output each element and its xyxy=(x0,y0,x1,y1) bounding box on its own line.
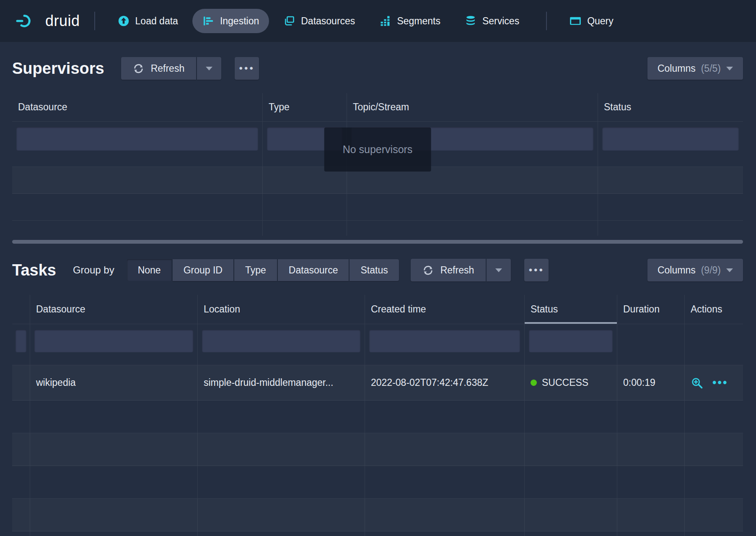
task-status-cell: SUCCESS xyxy=(525,365,617,400)
task-datasource-cell: wikipedia xyxy=(30,365,198,400)
supervisors-horizontal-scrollbar[interactable] xyxy=(12,240,743,244)
no-supervisors-message: No supervisors xyxy=(324,127,431,172)
refresh-label: Refresh xyxy=(151,63,185,74)
empty-row xyxy=(12,221,743,236)
top-navbar: druid Load data Ingestion Datasources xyxy=(0,0,756,42)
datasource-filter-input[interactable] xyxy=(34,330,193,352)
nav-item-label: Ingestion xyxy=(220,16,259,27)
chevron-down-icon xyxy=(495,268,502,272)
segments-icon xyxy=(379,15,391,27)
empty-row xyxy=(12,433,743,466)
navbar-divider xyxy=(94,12,95,30)
nav-item-segments[interactable]: Segments xyxy=(369,9,450,33)
chevron-down-icon xyxy=(726,67,733,70)
header-cell-pinned xyxy=(12,295,30,324)
header-cell-created-time[interactable]: Created time xyxy=(365,295,525,324)
datasources-icon xyxy=(283,15,295,27)
tasks-more-button[interactable] xyxy=(524,259,549,281)
location-filter-input[interactable] xyxy=(202,330,360,352)
groupby-datasource-button[interactable]: Datasource xyxy=(278,259,349,281)
header-cell-status[interactable]: Status xyxy=(598,93,743,121)
header-cell-datasource[interactable]: Datasource xyxy=(30,295,198,324)
tasks-toolbar: Tasks Group by None Group ID Type Dataso… xyxy=(12,258,743,282)
druid-logo-icon xyxy=(16,13,39,29)
druid-logo[interactable]: druid xyxy=(16,12,80,30)
nav-item-services[interactable]: Services xyxy=(455,9,529,33)
tasks-table: Datasource Location Created time Status … xyxy=(12,295,743,536)
status-success-dot xyxy=(531,380,537,386)
supervisors-title: Supervisors xyxy=(12,60,104,78)
magnify-zoom-in-icon xyxy=(691,377,703,389)
supervisors-refresh-group: Refresh xyxy=(121,57,222,80)
tasks-columns-button[interactable]: Columns (9/9) xyxy=(647,259,743,281)
filter-cell xyxy=(12,324,30,365)
task-location-cell: simple-druid-middlemanager... xyxy=(198,365,365,400)
query-icon xyxy=(570,15,581,27)
task-actions-menu-button[interactable] xyxy=(712,376,728,389)
filter-cell xyxy=(365,324,525,365)
header-cell-actions[interactable]: Actions xyxy=(685,295,743,324)
tasks-header-row: Datasource Location Created time Status … xyxy=(12,295,743,324)
nav-item-query[interactable]: Query xyxy=(559,9,624,33)
nav-item-label: Services xyxy=(482,16,519,27)
supervisors-columns-button[interactable]: Columns (5/5) xyxy=(647,57,743,80)
supervisors-refresh-button[interactable]: Refresh xyxy=(121,57,197,80)
navbar-divider xyxy=(546,12,547,30)
load-data-icon xyxy=(118,15,129,27)
task-duration-cell: 0:00:19 xyxy=(617,365,685,400)
tasks-refresh-dropdown-button[interactable] xyxy=(487,259,511,281)
task-created-time-cell: 2022-08-02T07:42:47.638Z xyxy=(365,365,525,400)
tasks-filter-row xyxy=(12,324,743,365)
created-time-filter-input[interactable] xyxy=(369,330,520,352)
empty-row xyxy=(12,194,743,221)
task-actions-cell xyxy=(685,365,743,400)
groupby-none-button[interactable]: None xyxy=(127,259,172,281)
nav-item-datasources[interactable]: Datasources xyxy=(273,9,365,33)
druid-logo-text: druid xyxy=(45,12,80,30)
supervisors-table: Datasource Type Topic/Stream Status xyxy=(12,93,743,236)
status-filter-input[interactable] xyxy=(602,127,739,151)
header-cell-datasource[interactable]: Datasource xyxy=(12,93,263,121)
supervisors-refresh-dropdown-button[interactable] xyxy=(197,57,221,80)
ingestion-icon xyxy=(202,15,214,27)
tasks-title: Tasks xyxy=(12,261,56,279)
columns-count: (9/9) xyxy=(701,265,721,276)
supervisors-more-button[interactable] xyxy=(235,57,259,80)
status-badge: SUCCESS xyxy=(542,377,588,388)
filter-cell xyxy=(12,122,263,167)
task-detail-button[interactable] xyxy=(691,377,703,389)
header-cell-type[interactable]: Type xyxy=(263,93,347,121)
task-row: wikipedia simple-druid-middlemanager... … xyxy=(12,365,743,401)
more-dots-icon xyxy=(529,264,544,276)
empty-row xyxy=(12,466,743,499)
status-filter-input[interactable] xyxy=(529,330,613,352)
nav-item-label: Query xyxy=(587,16,614,27)
nav-item-label: Load data xyxy=(135,16,178,27)
groupby-group-id-button[interactable]: Group ID xyxy=(173,259,233,281)
datasource-filter-input[interactable] xyxy=(16,127,258,151)
supervisors-toolbar: Supervisors Refresh xyxy=(12,56,743,81)
more-dots-icon xyxy=(239,62,255,74)
filter-cell xyxy=(198,324,365,365)
group-by-label: Group by xyxy=(73,264,114,276)
header-cell-location[interactable]: Location xyxy=(198,295,365,324)
header-cell-duration[interactable]: Duration xyxy=(617,295,685,324)
filter-cell xyxy=(617,324,685,365)
services-icon xyxy=(465,15,476,27)
tasks-section: Tasks Group by None Group ID Type Dataso… xyxy=(12,258,743,536)
header-cell-status-sorted[interactable]: Status xyxy=(525,295,617,324)
header-cell-topic-stream[interactable]: Topic/Stream xyxy=(347,93,598,121)
nav-item-load-data[interactable]: Load data xyxy=(108,9,188,33)
filter-cell xyxy=(685,324,743,365)
pinned-filter-input[interactable] xyxy=(16,330,26,352)
columns-label: Columns xyxy=(658,265,696,276)
tasks-refresh-button[interactable]: Refresh xyxy=(411,259,486,281)
groupby-type-button[interactable]: Type xyxy=(234,259,277,281)
group-by-button-group: None Group ID Type Datasource Status xyxy=(127,259,399,281)
nav-item-ingestion[interactable]: Ingestion xyxy=(192,9,269,33)
refresh-label: Refresh xyxy=(440,265,474,276)
tasks-refresh-group: Refresh xyxy=(411,259,511,281)
supervisors-section: Supervisors Refresh xyxy=(12,56,743,244)
groupby-status-button[interactable]: Status xyxy=(350,259,399,281)
supervisors-header-row: Datasource Type Topic/Stream Status xyxy=(12,93,743,122)
